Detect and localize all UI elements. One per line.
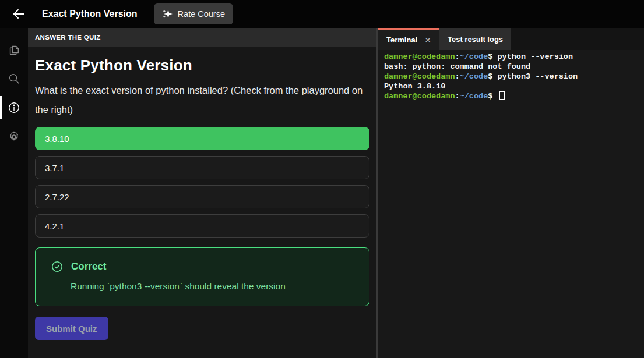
topbar: Exact Python Version Rate Course: [0, 0, 644, 28]
terminal-line: bash: python: command not found: [384, 62, 638, 72]
copy-files-icon: [8, 43, 20, 56]
quiz-panel-header: ANSWER THE QUIZ: [28, 28, 376, 47]
playground-panel: Terminal✕Test result logs damner@codedam…: [378, 28, 644, 358]
terminal-line: Python 3.8.10: [384, 81, 638, 91]
rate-course-button[interactable]: Rate Course: [154, 3, 233, 24]
tab-label: Terminal: [386, 36, 417, 44]
terminal-cursor: [499, 91, 505, 100]
terminal-line: damner@codedamn:~/code$ python3 --versio…: [384, 72, 638, 81]
sidebar-item-info[interactable]: [0, 93, 28, 122]
gear-icon: [8, 130, 20, 143]
tab-terminal[interactable]: Terminal✕: [378, 28, 439, 50]
search-icon: [8, 72, 20, 85]
sidebar-item-settings[interactable]: [0, 122, 28, 151]
terminal-output[interactable]: damner@codedamn:~/code$ python --version…: [378, 50, 644, 358]
sidebar-item-search[interactable]: [0, 64, 28, 93]
info-icon: [8, 101, 20, 114]
quiz-option[interactable]: 2.7.22: [35, 185, 369, 208]
sparkles-icon: [162, 9, 173, 19]
page-title: Exact Python Version: [42, 9, 138, 19]
terminal-line: damner@codedamn:~/code$ python --version: [384, 52, 638, 62]
rate-course-label: Rate Course: [178, 9, 225, 19]
back-arrow-icon: [12, 7, 26, 21]
tab-test-result-logs[interactable]: Test result logs: [439, 28, 511, 50]
submit-quiz-button[interactable]: Submit Quiz: [35, 317, 108, 340]
quiz-option[interactable]: 4.2.1: [35, 214, 369, 238]
terminal-line: damner@codedamn:~/code$: [384, 91, 638, 101]
close-icon[interactable]: ✕: [424, 36, 431, 45]
feedback-message: Running `python3 --version` should revea…: [71, 281, 355, 292]
quiz-content: Exact Python Version What is the exact v…: [28, 47, 376, 340]
quiz-option[interactable]: 3.8.10: [35, 127, 369, 150]
quiz-title: Exact Python Version: [35, 56, 369, 75]
quiz-option[interactable]: 3.7.1: [35, 156, 369, 179]
check-circle-icon: [51, 260, 64, 273]
back-button[interactable]: [9, 5, 28, 23]
activity-sidebar: [0, 28, 28, 358]
tab-label: Test result logs: [448, 35, 503, 44]
quiz-question: What is the exact version of python inst…: [35, 81, 369, 119]
feedback-header: Correct: [51, 260, 355, 273]
quiz-panel: ANSWER THE QUIZ Exact Python Version Wha…: [28, 28, 378, 358]
quiz-options: 3.8.103.7.12.7.224.2.1: [35, 127, 369, 238]
main-layout: ANSWER THE QUIZ Exact Python Version Wha…: [0, 28, 644, 358]
sidebar-item-files[interactable]: [0, 35, 28, 64]
terminal-tab-bar: Terminal✕Test result logs: [378, 28, 644, 50]
feedback-title: Correct: [71, 261, 106, 272]
feedback-box: Correct Running `python3 --version` shou…: [35, 247, 369, 306]
